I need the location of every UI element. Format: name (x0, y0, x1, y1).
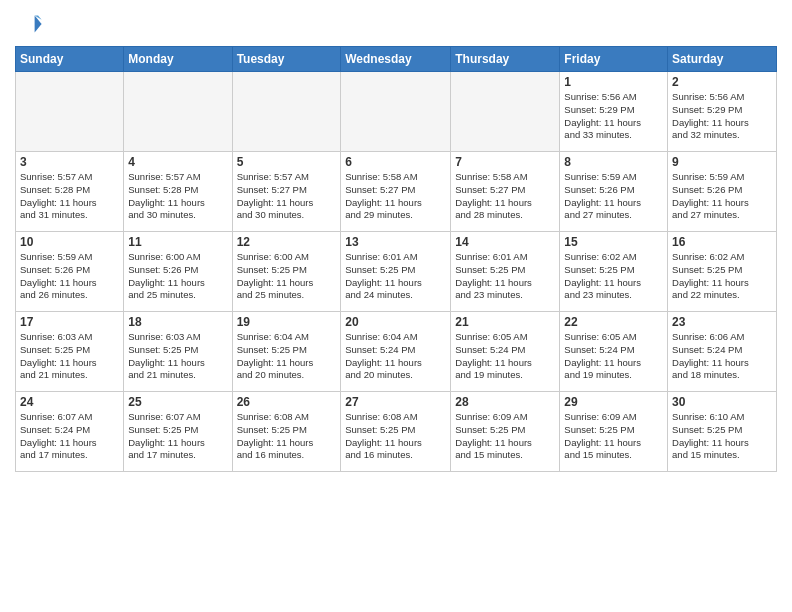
calendar-table: SundayMondayTuesdayWednesdayThursdayFrid… (15, 46, 777, 472)
day-info: Sunrise: 6:04 AM Sunset: 5:24 PM Dayligh… (345, 331, 446, 382)
day-info: Sunrise: 5:57 AM Sunset: 5:28 PM Dayligh… (128, 171, 227, 222)
day-info: Sunrise: 6:09 AM Sunset: 5:25 PM Dayligh… (564, 411, 663, 462)
day-info: Sunrise: 5:57 AM Sunset: 5:28 PM Dayligh… (20, 171, 119, 222)
day-info: Sunrise: 5:59 AM Sunset: 5:26 PM Dayligh… (20, 251, 119, 302)
day-info: Sunrise: 6:00 AM Sunset: 5:26 PM Dayligh… (128, 251, 227, 302)
calendar-cell: 29Sunrise: 6:09 AM Sunset: 5:25 PM Dayli… (560, 392, 668, 472)
day-info: Sunrise: 6:09 AM Sunset: 5:25 PM Dayligh… (455, 411, 555, 462)
day-number: 8 (564, 155, 663, 169)
day-number: 23 (672, 315, 772, 329)
day-number: 14 (455, 235, 555, 249)
logo-icon (15, 10, 43, 38)
header (15, 10, 777, 38)
calendar-cell: 8Sunrise: 5:59 AM Sunset: 5:26 PM Daylig… (560, 152, 668, 232)
day-info: Sunrise: 6:01 AM Sunset: 5:25 PM Dayligh… (455, 251, 555, 302)
day-info: Sunrise: 5:59 AM Sunset: 5:26 PM Dayligh… (672, 171, 772, 222)
day-info: Sunrise: 5:58 AM Sunset: 5:27 PM Dayligh… (455, 171, 555, 222)
calendar-cell: 1Sunrise: 5:56 AM Sunset: 5:29 PM Daylig… (560, 72, 668, 152)
calendar-cell: 27Sunrise: 6:08 AM Sunset: 5:25 PM Dayli… (341, 392, 451, 472)
day-info: Sunrise: 5:56 AM Sunset: 5:29 PM Dayligh… (672, 91, 772, 142)
weekday-header-monday: Monday (124, 47, 232, 72)
calendar-cell: 12Sunrise: 6:00 AM Sunset: 5:25 PM Dayli… (232, 232, 341, 312)
weekday-header-wednesday: Wednesday (341, 47, 451, 72)
day-info: Sunrise: 6:00 AM Sunset: 5:25 PM Dayligh… (237, 251, 337, 302)
day-info: Sunrise: 5:56 AM Sunset: 5:29 PM Dayligh… (564, 91, 663, 142)
day-info: Sunrise: 6:02 AM Sunset: 5:25 PM Dayligh… (672, 251, 772, 302)
calendar-cell: 19Sunrise: 6:04 AM Sunset: 5:25 PM Dayli… (232, 312, 341, 392)
weekday-header-friday: Friday (560, 47, 668, 72)
day-info: Sunrise: 6:04 AM Sunset: 5:25 PM Dayligh… (237, 331, 337, 382)
day-number: 27 (345, 395, 446, 409)
calendar-cell: 17Sunrise: 6:03 AM Sunset: 5:25 PM Dayli… (16, 312, 124, 392)
day-number: 11 (128, 235, 227, 249)
calendar-week-2: 3Sunrise: 5:57 AM Sunset: 5:28 PM Daylig… (16, 152, 777, 232)
logo (15, 10, 47, 38)
calendar-cell: 23Sunrise: 6:06 AM Sunset: 5:24 PM Dayli… (668, 312, 777, 392)
calendar-cell: 7Sunrise: 5:58 AM Sunset: 5:27 PM Daylig… (451, 152, 560, 232)
calendar-cell: 11Sunrise: 6:00 AM Sunset: 5:26 PM Dayli… (124, 232, 232, 312)
svg-marker-0 (35, 16, 42, 33)
page-container: SundayMondayTuesdayWednesdayThursdayFrid… (0, 0, 792, 477)
day-info: Sunrise: 6:05 AM Sunset: 5:24 PM Dayligh… (455, 331, 555, 382)
day-number: 24 (20, 395, 119, 409)
day-number: 20 (345, 315, 446, 329)
day-number: 18 (128, 315, 227, 329)
calendar-cell (341, 72, 451, 152)
calendar-cell: 25Sunrise: 6:07 AM Sunset: 5:25 PM Dayli… (124, 392, 232, 472)
calendar-week-1: 1Sunrise: 5:56 AM Sunset: 5:29 PM Daylig… (16, 72, 777, 152)
day-number: 28 (455, 395, 555, 409)
day-number: 2 (672, 75, 772, 89)
calendar-cell: 26Sunrise: 6:08 AM Sunset: 5:25 PM Dayli… (232, 392, 341, 472)
day-info: Sunrise: 6:07 AM Sunset: 5:24 PM Dayligh… (20, 411, 119, 462)
calendar-cell (16, 72, 124, 152)
calendar-cell: 20Sunrise: 6:04 AM Sunset: 5:24 PM Dayli… (341, 312, 451, 392)
day-info: Sunrise: 5:57 AM Sunset: 5:27 PM Dayligh… (237, 171, 337, 222)
calendar-cell: 16Sunrise: 6:02 AM Sunset: 5:25 PM Dayli… (668, 232, 777, 312)
day-number: 21 (455, 315, 555, 329)
calendar-cell: 6Sunrise: 5:58 AM Sunset: 5:27 PM Daylig… (341, 152, 451, 232)
day-number: 6 (345, 155, 446, 169)
calendar-cell (124, 72, 232, 152)
day-number: 17 (20, 315, 119, 329)
calendar-cell: 2Sunrise: 5:56 AM Sunset: 5:29 PM Daylig… (668, 72, 777, 152)
calendar-week-5: 24Sunrise: 6:07 AM Sunset: 5:24 PM Dayli… (16, 392, 777, 472)
day-info: Sunrise: 5:59 AM Sunset: 5:26 PM Dayligh… (564, 171, 663, 222)
calendar-cell: 13Sunrise: 6:01 AM Sunset: 5:25 PM Dayli… (341, 232, 451, 312)
day-number: 15 (564, 235, 663, 249)
weekday-row: SundayMondayTuesdayWednesdayThursdayFrid… (16, 47, 777, 72)
calendar-cell (232, 72, 341, 152)
day-info: Sunrise: 6:07 AM Sunset: 5:25 PM Dayligh… (128, 411, 227, 462)
calendar-body: 1Sunrise: 5:56 AM Sunset: 5:29 PM Daylig… (16, 72, 777, 472)
day-info: Sunrise: 6:01 AM Sunset: 5:25 PM Dayligh… (345, 251, 446, 302)
calendar-cell: 9Sunrise: 5:59 AM Sunset: 5:26 PM Daylig… (668, 152, 777, 232)
day-number: 26 (237, 395, 337, 409)
day-number: 22 (564, 315, 663, 329)
day-info: Sunrise: 5:58 AM Sunset: 5:27 PM Dayligh… (345, 171, 446, 222)
day-number: 7 (455, 155, 555, 169)
calendar-cell: 21Sunrise: 6:05 AM Sunset: 5:24 PM Dayli… (451, 312, 560, 392)
day-number: 29 (564, 395, 663, 409)
day-info: Sunrise: 6:02 AM Sunset: 5:25 PM Dayligh… (564, 251, 663, 302)
day-number: 4 (128, 155, 227, 169)
calendar-cell: 5Sunrise: 5:57 AM Sunset: 5:27 PM Daylig… (232, 152, 341, 232)
day-number: 9 (672, 155, 772, 169)
day-number: 5 (237, 155, 337, 169)
calendar-cell (451, 72, 560, 152)
calendar-cell: 24Sunrise: 6:07 AM Sunset: 5:24 PM Dayli… (16, 392, 124, 472)
weekday-header-tuesday: Tuesday (232, 47, 341, 72)
day-number: 1 (564, 75, 663, 89)
calendar-cell: 10Sunrise: 5:59 AM Sunset: 5:26 PM Dayli… (16, 232, 124, 312)
calendar-cell: 28Sunrise: 6:09 AM Sunset: 5:25 PM Dayli… (451, 392, 560, 472)
calendar-cell: 15Sunrise: 6:02 AM Sunset: 5:25 PM Dayli… (560, 232, 668, 312)
calendar-week-4: 17Sunrise: 6:03 AM Sunset: 5:25 PM Dayli… (16, 312, 777, 392)
day-number: 3 (20, 155, 119, 169)
day-number: 25 (128, 395, 227, 409)
day-number: 10 (20, 235, 119, 249)
day-number: 19 (237, 315, 337, 329)
weekday-header-saturday: Saturday (668, 47, 777, 72)
calendar-cell: 3Sunrise: 5:57 AM Sunset: 5:28 PM Daylig… (16, 152, 124, 232)
weekday-header-thursday: Thursday (451, 47, 560, 72)
calendar-cell: 14Sunrise: 6:01 AM Sunset: 5:25 PM Dayli… (451, 232, 560, 312)
day-number: 16 (672, 235, 772, 249)
calendar-cell: 30Sunrise: 6:10 AM Sunset: 5:25 PM Dayli… (668, 392, 777, 472)
